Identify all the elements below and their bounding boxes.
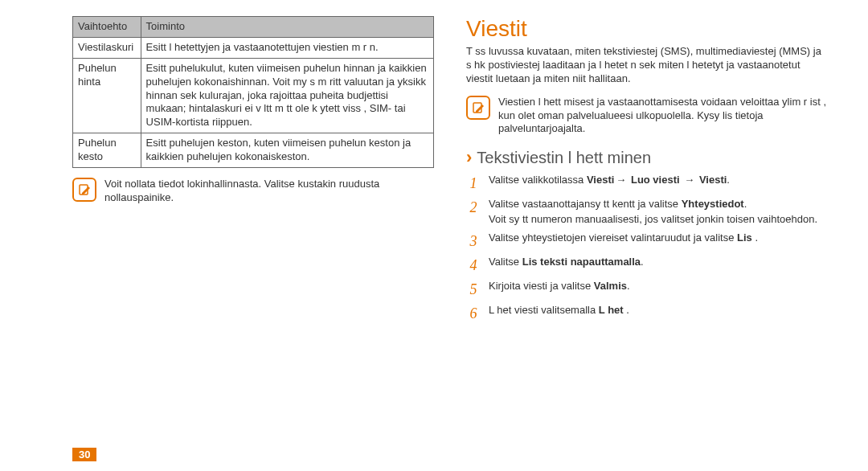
section-heading-sms: › Tekstiviestin l hett minen: [466, 147, 828, 168]
step-text: .: [627, 280, 630, 292]
page-title: Viestit: [466, 16, 828, 42]
step-text: .: [641, 256, 644, 268]
info-roaming-note: Viestien l hett misest ja vastaanottamis…: [466, 96, 828, 137]
chevron-icon: ›: [466, 147, 472, 168]
cell-opt: Viestilaskuri: [73, 37, 141, 58]
arrow-icon: →: [614, 174, 628, 186]
options-table: Vaihtoehto Toiminto Viestilaskuri Esitt …: [72, 16, 434, 168]
step-6: 6 L het viesti valitsemalla L het .: [466, 303, 828, 324]
step-5: 5 Kirjoita viesti ja valitse Valmis.: [466, 279, 828, 300]
step-extra: Voit sy tt numeron manuaalisesti, jos va…: [489, 213, 817, 225]
table-row: Puhelun kesto Esitt puhelujen keston, ku…: [73, 133, 434, 168]
left-column: Vaihtoehto Toiminto Viestilaskuri Esitt …: [72, 16, 434, 328]
step-text: Valitse vastaanottajansy tt kentt ja val…: [489, 198, 678, 210]
note-icon: [466, 96, 490, 120]
step-text: Valitse valikkotilassa: [489, 174, 587, 186]
step-bold: Lis: [737, 231, 755, 244]
step-number: 6: [466, 303, 481, 324]
th-option: Vaihtoehto: [73, 17, 141, 38]
step-text: Valitse yhteystietojen viereiset valinta…: [489, 231, 734, 244]
section-heading-label: Tekstiviestin l hett minen: [477, 149, 651, 167]
cell-opt: Puhelun kesto: [73, 133, 141, 168]
table-row: Puhelun hinta Esitt puhelukulut, kuten v…: [73, 58, 434, 133]
step-4: 4 Valitse Lis teksti napauttamalla.: [466, 255, 828, 276]
step-text: Kirjoita viesti ja valitse: [489, 280, 591, 292]
note-text: Voit nollata tiedot lokinhallinnasta. Va…: [104, 178, 434, 205]
step-bold: L het: [599, 304, 626, 316]
table-row: Viestilaskuri Esitt l hetettyjen ja vast…: [73, 37, 434, 58]
arrow-icon: →: [682, 174, 696, 186]
step-text: Valitse: [489, 256, 519, 268]
step-bold: Viesti: [699, 174, 727, 186]
note-reset: Voit nollata tiedot lokinhallinnasta. Va…: [72, 178, 434, 205]
step-number: 5: [466, 279, 481, 300]
step-number: 1: [466, 173, 481, 194]
cell-desc: Esitt l hetettyjen ja vastaanotettujen v…: [141, 37, 433, 58]
step-bold: Luo viesti: [628, 174, 679, 186]
step-3: 3 Valitse yhteystietojen viereiset valin…: [466, 231, 828, 252]
page-number: 30: [72, 448, 96, 461]
info-text: Viestien l hett misest ja vastaanottamis…: [498, 96, 828, 137]
step-text: .: [755, 231, 758, 244]
step-text: .: [727, 174, 730, 186]
step-bold: Valmis: [594, 280, 627, 292]
page-footer: 30: [72, 448, 101, 461]
step-2: 2 Valitse vastaanottajansy tt kentt ja v…: [466, 197, 828, 227]
step-number: 3: [466, 231, 481, 252]
step-bold: Lis teksti napauttamalla: [522, 256, 641, 268]
step-text: .: [744, 198, 747, 210]
intro-text: T ss luvussa kuvataan, miten tekstiviest…: [466, 45, 828, 86]
step-text: L het viesti valitsemalla: [489, 304, 596, 316]
step-number: 2: [466, 197, 481, 227]
cell-opt: Puhelun hinta: [73, 58, 141, 133]
right-column: Viestit T ss luvussa kuvataan, miten tek…: [466, 16, 828, 328]
steps-list: 1 Valitse valikkotilassa Viesti→ Luo vie…: [466, 173, 828, 324]
cell-desc: Esitt puhelukulut, kuten viimeisen puhel…: [141, 58, 433, 133]
step-bold: Yhteystiedot: [682, 198, 744, 210]
step-1: 1 Valitse valikkotilassa Viesti→ Luo vie…: [466, 173, 828, 194]
step-bold: Viesti: [587, 174, 614, 186]
step-number: 4: [466, 255, 481, 276]
cell-desc: Esitt puhelujen keston, kuten viimeisen …: [141, 133, 433, 168]
note-icon: [72, 178, 96, 202]
th-function: Toiminto: [141, 17, 433, 38]
step-text: .: [626, 304, 629, 316]
